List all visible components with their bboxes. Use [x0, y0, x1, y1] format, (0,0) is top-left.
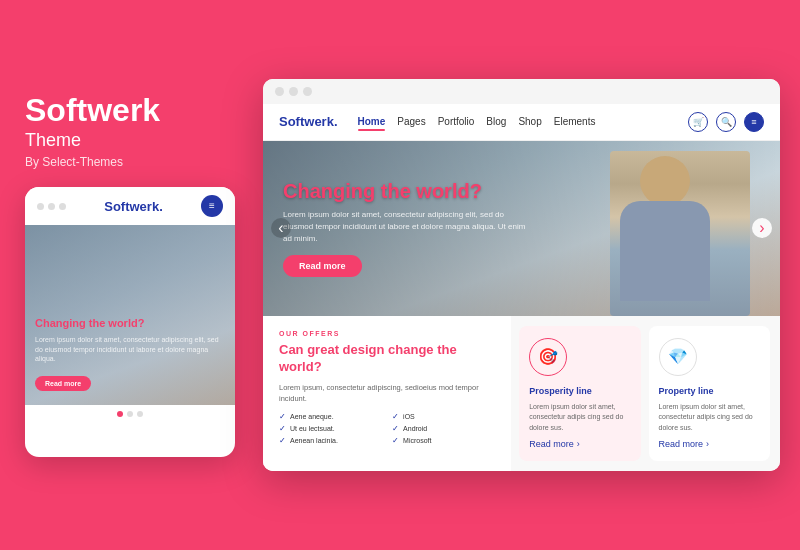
- nav-dot-3[interactable]: [137, 411, 143, 417]
- check-icon-1: ✓: [279, 412, 286, 421]
- feature-item-5: ✓ Android: [392, 424, 495, 433]
- offers-title-accent: world?: [279, 359, 322, 374]
- property-icon-wrap: 💎: [659, 338, 697, 376]
- offers-title-plain: Can great design change the: [279, 342, 457, 357]
- titlebar-dot-2: [48, 203, 55, 210]
- hero-title-plain: Changing the: [283, 180, 416, 202]
- check-icon-2: ✓: [279, 424, 286, 433]
- prosperity-read-more-link[interactable]: Read more ›: [529, 439, 630, 449]
- hero-read-more-button[interactable]: Read more: [283, 255, 362, 277]
- mobile-dots-nav: [25, 405, 235, 423]
- feature-item-2: ✓ Ut eu lectsuat.: [279, 424, 382, 433]
- nav-link-home[interactable]: Home: [358, 116, 386, 127]
- prosperity-link-label: Read more: [529, 439, 574, 449]
- feature-item-6: ✓ Microsoft: [392, 436, 495, 445]
- desktop-nav-icons: 🛒 🔍 ≡: [688, 112, 764, 132]
- nav-link-pages[interactable]: Pages: [397, 116, 425, 127]
- offers-title: Can great design change the world?: [279, 342, 495, 376]
- desktop-titlebar: [263, 79, 780, 104]
- hamburger-icon: ≡: [209, 201, 215, 211]
- left-panel: Softwerk Theme By Select-Themes Softwerk…: [25, 93, 245, 457]
- property-icon: 💎: [668, 347, 688, 366]
- check-icon-4: ✓: [392, 412, 399, 421]
- property-read-more-link[interactable]: Read more ›: [659, 439, 760, 449]
- mobile-hero-content: Changing the world? Lorem ipsum dolor si…: [35, 316, 225, 391]
- titlebar-dot-1: [37, 203, 44, 210]
- mobile-title-plain: Changing the: [35, 317, 108, 329]
- nav-dot-1[interactable]: [117, 411, 123, 417]
- offers-label: OUR OFFERS: [279, 330, 495, 337]
- feature-label-4: iOS: [403, 413, 415, 420]
- cart-icon[interactable]: 🛒: [688, 112, 708, 132]
- hero-prev-arrow[interactable]: ‹: [271, 218, 291, 238]
- hero-title-accent: world?: [416, 180, 482, 202]
- desktop-mockup: Softwerk. Home Pages Portfolio Blog Shop…: [263, 79, 780, 472]
- prosperity-icon-wrap: 🎯: [529, 338, 567, 376]
- property-link-arrow: ›: [706, 439, 709, 449]
- property-text: Lorem ipsum dolor sit amet, consectetur …: [659, 402, 760, 434]
- desktop-hero: Changing the world? Lorem ipsum dolor si…: [263, 141, 780, 316]
- feature-label-5: Android: [403, 425, 427, 432]
- mobile-hero-title: Changing the world?: [35, 316, 225, 330]
- titlebar-dot-yellow: [289, 87, 298, 96]
- desktop-bottom: OUR OFFERS Can great design change the w…: [263, 316, 780, 472]
- mobile-title-accent: world?: [108, 317, 144, 329]
- prosperity-text: Lorem ipsum dolor sit amet, consectetur …: [529, 402, 630, 434]
- nav-dot-2[interactable]: [127, 411, 133, 417]
- offers-text: Lorem ipsum, consectetur adipiscing, sed…: [279, 382, 495, 405]
- nav-link-portfolio[interactable]: Portfolio: [438, 116, 475, 127]
- mobile-header: Softwerk. ≡: [25, 187, 235, 225]
- hero-next-arrow[interactable]: ›: [752, 218, 772, 238]
- brand-title: Softwerk: [25, 93, 245, 128]
- by-label: By Select-Themes: [25, 155, 245, 169]
- prosperity-icon: 🎯: [538, 347, 558, 366]
- brand-section: Softwerk Theme By Select-Themes: [25, 93, 245, 169]
- desktop-nav-logo: Softwerk.: [279, 114, 338, 129]
- mobile-hero-text: Lorem ipsum dolor sit amet, consectetur …: [35, 335, 225, 364]
- desktop-nav: Softwerk. Home Pages Portfolio Blog Shop…: [263, 104, 780, 141]
- mobile-titlebar-dots: [37, 203, 66, 210]
- check-icon-5: ✓: [392, 424, 399, 433]
- mobile-logo: Softwerk.: [104, 199, 163, 214]
- features-list: ✓ Aene aneque. ✓ iOS ✓ Ut eu lectsuat. ✓…: [279, 412, 495, 445]
- feature-label-1: Aene aneque.: [290, 413, 334, 420]
- feature-item-3: ✓ Aenean lacinia.: [279, 436, 382, 445]
- mobile-menu-icon[interactable]: ≡: [201, 195, 223, 217]
- mobile-mockup: Softwerk. ≡ Changing the world? Lorem ip…: [25, 187, 235, 457]
- prosperity-link-arrow: ›: [577, 439, 580, 449]
- nav-link-shop[interactable]: Shop: [518, 116, 541, 127]
- feature-label-2: Ut eu lectsuat.: [290, 425, 335, 432]
- property-title: Property line: [659, 386, 760, 396]
- hero-person-photo: [610, 151, 750, 316]
- offers-section: OUR OFFERS Can great design change the w…: [263, 316, 511, 472]
- hero-title: Changing the world?: [283, 179, 527, 203]
- prosperity-title: Prosperity line: [529, 386, 630, 396]
- hero-content: Changing the world? Lorem ipsum dolor si…: [263, 159, 547, 297]
- check-icon-3: ✓: [279, 436, 286, 445]
- search-icon[interactable]: 🔍: [716, 112, 736, 132]
- hero-text: Lorem ipsum dolor sit amet, consectetur …: [283, 209, 527, 245]
- nav-link-elements[interactable]: Elements: [554, 116, 596, 127]
- titlebar-dot-red: [275, 87, 284, 96]
- titlebar-dot-green: [303, 87, 312, 96]
- desktop-nav-links: Home Pages Portfolio Blog Shop Elements: [358, 116, 688, 127]
- cards-section: 🎯 Prosperity line Lorem ipsum dolor sit …: [511, 316, 780, 472]
- menu-icon[interactable]: ≡: [744, 112, 764, 132]
- mobile-read-more-button[interactable]: Read more: [35, 376, 91, 391]
- mobile-hero: Changing the world? Lorem ipsum dolor si…: [25, 225, 235, 405]
- feature-label-6: Microsoft: [403, 437, 431, 444]
- property-card: 💎 Property line Lorem ipsum dolor sit am…: [649, 326, 770, 462]
- feature-item-4: ✓ iOS: [392, 412, 495, 421]
- nav-link-blog[interactable]: Blog: [486, 116, 506, 127]
- theme-label: Theme: [25, 130, 245, 151]
- titlebar-dot-3: [59, 203, 66, 210]
- feature-label-3: Aenean lacinia.: [290, 437, 338, 444]
- prosperity-card: 🎯 Prosperity line Lorem ipsum dolor sit …: [519, 326, 640, 462]
- check-icon-6: ✓: [392, 436, 399, 445]
- feature-item-1: ✓ Aene aneque.: [279, 412, 382, 421]
- property-link-label: Read more: [659, 439, 704, 449]
